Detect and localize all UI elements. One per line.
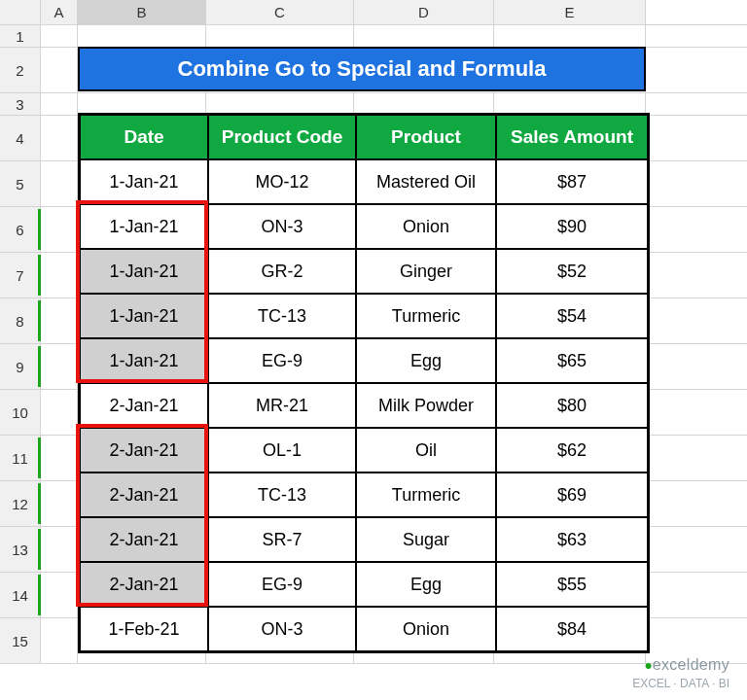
cell-product[interactable]: Ginger <box>356 249 496 294</box>
cell-code[interactable]: EG-9 <box>208 562 356 607</box>
cell-date[interactable]: 2-Jan-21 <box>80 562 208 607</box>
cell-D3[interactable] <box>354 93 494 115</box>
cell-amount[interactable]: $90 <box>496 204 648 249</box>
cell-code[interactable]: TC-13 <box>208 472 356 517</box>
cell-amount[interactable]: $84 <box>496 607 648 651</box>
cell-amount[interactable]: $54 <box>496 294 648 338</box>
cell-date[interactable]: 1-Jan-21 <box>80 204 208 249</box>
row-header-10[interactable]: 10 <box>0 390 41 435</box>
cell-C1[interactable] <box>206 25 354 47</box>
cell-product[interactable]: Onion <box>356 204 496 249</box>
col-header-D[interactable]: D <box>354 0 494 24</box>
col-header-B[interactable]: B <box>78 0 206 24</box>
cell-date[interactable]: 2-Jan-21 <box>80 428 208 472</box>
header-product: Product <box>356 115 496 159</box>
cell-product[interactable]: Onion <box>356 607 496 651</box>
cell-code[interactable]: MO-12 <box>208 159 356 204</box>
column-headers: A B C D E <box>0 0 747 25</box>
cell-code[interactable]: SR-7 <box>208 517 356 562</box>
watermark-brand: exceldemy <box>653 656 729 673</box>
row-header-1[interactable]: 1 <box>0 25 41 47</box>
cell-A4[interactable] <box>41 116 78 160</box>
cell-code[interactable]: GR-2 <box>208 249 356 294</box>
cell-product[interactable]: Milk Powder <box>356 383 496 428</box>
data-table: DateProduct CodeProductSales Amount1-Jan… <box>78 113 650 653</box>
cell-amount[interactable]: $65 <box>496 338 648 383</box>
cell-date[interactable]: 1-Jan-21 <box>80 249 208 294</box>
cell-date[interactable]: 1-Feb-21 <box>80 607 208 651</box>
cell-amount[interactable]: $52 <box>496 249 648 294</box>
cell-amount[interactable]: $69 <box>496 472 648 517</box>
cell-date[interactable]: 1-Jan-21 <box>80 338 208 383</box>
row-header-4[interactable]: 4 <box>0 116 41 160</box>
row-header-7[interactable]: 7 <box>0 253 41 298</box>
cell-amount[interactable]: $63 <box>496 517 648 562</box>
watermark-tagline: EXCEL · DATA · BI <box>632 677 729 690</box>
cell-A2[interactable] <box>41 48 78 92</box>
cell-B1[interactable] <box>78 25 206 47</box>
row-header-13[interactable]: 13 <box>0 527 41 572</box>
row-header-12[interactable]: 12 <box>0 481 41 526</box>
cell-product[interactable]: Egg <box>356 562 496 607</box>
cell-A6[interactable] <box>41 207 78 252</box>
watermark: •exceldemy EXCEL · DATA · BI <box>632 654 729 690</box>
header-date: Date <box>80 115 208 159</box>
cell-A1[interactable] <box>41 25 78 47</box>
row-header-15[interactable]: 15 <box>0 618 41 663</box>
cell-A7[interactable] <box>41 253 78 298</box>
col-header-A[interactable]: A <box>41 0 78 24</box>
cell-E3[interactable] <box>494 93 646 115</box>
cell-A8[interactable] <box>41 298 78 343</box>
cell-date[interactable]: 2-Jan-21 <box>80 517 208 562</box>
cell-E1[interactable] <box>494 25 646 47</box>
cell-date[interactable]: 2-Jan-21 <box>80 383 208 428</box>
row-header-9[interactable]: 9 <box>0 344 41 389</box>
cell-product[interactable]: Egg <box>356 338 496 383</box>
cell-A10[interactable] <box>41 390 78 435</box>
cell-B3[interactable] <box>78 93 206 115</box>
cell-A11[interactable] <box>41 436 78 480</box>
cell-A5[interactable] <box>41 161 78 206</box>
row-header-14[interactable]: 14 <box>0 573 41 617</box>
cell-code[interactable]: MR-21 <box>208 383 356 428</box>
cell-code[interactable]: ON-3 <box>208 607 356 651</box>
cell-C3[interactable] <box>206 93 354 115</box>
cell-A9[interactable] <box>41 344 78 389</box>
cell-product[interactable]: Mastered Oil <box>356 159 496 204</box>
header-code: Product Code <box>208 115 356 159</box>
row-header-6[interactable]: 6 <box>0 207 41 252</box>
cell-A12[interactable] <box>41 481 78 526</box>
row-header-3[interactable]: 3 <box>0 93 41 115</box>
cell-D1[interactable] <box>354 25 494 47</box>
cell-product[interactable]: Oil <box>356 428 496 472</box>
cell-product[interactable]: Turmeric <box>356 472 496 517</box>
cell-product[interactable]: Sugar <box>356 517 496 562</box>
cell-code[interactable]: TC-13 <box>208 294 356 338</box>
cell-date[interactable]: 1-Jan-21 <box>80 294 208 338</box>
cell-A3[interactable] <box>41 93 78 115</box>
cell-amount[interactable]: $87 <box>496 159 648 204</box>
row-header-11[interactable]: 11 <box>0 436 41 480</box>
cell-code[interactable]: ON-3 <box>208 204 356 249</box>
title-text: Combine Go to Special and Formula <box>178 56 547 82</box>
cell-code[interactable]: OL-1 <box>208 428 356 472</box>
cell-date[interactable]: 2-Jan-21 <box>80 472 208 517</box>
header-amount: Sales Amount <box>496 115 648 159</box>
row-header-2[interactable]: 2 <box>0 48 41 92</box>
col-header-C[interactable]: C <box>206 0 354 24</box>
cell-A14[interactable] <box>41 573 78 617</box>
cell-A13[interactable] <box>41 527 78 572</box>
cell-date[interactable]: 1-Jan-21 <box>80 159 208 204</box>
col-header-E[interactable]: E <box>494 0 646 24</box>
cell-code[interactable]: EG-9 <box>208 338 356 383</box>
select-all-corner[interactable] <box>0 0 41 24</box>
cell-product[interactable]: Turmeric <box>356 294 496 338</box>
cell-amount[interactable]: $80 <box>496 383 648 428</box>
title-banner: Combine Go to Special and Formula <box>78 47 646 91</box>
cell-amount[interactable]: $55 <box>496 562 648 607</box>
row-header-8[interactable]: 8 <box>0 298 41 343</box>
cell-A15[interactable] <box>41 618 78 663</box>
row-header-5[interactable]: 5 <box>0 161 41 206</box>
cell-amount[interactable]: $62 <box>496 428 648 472</box>
